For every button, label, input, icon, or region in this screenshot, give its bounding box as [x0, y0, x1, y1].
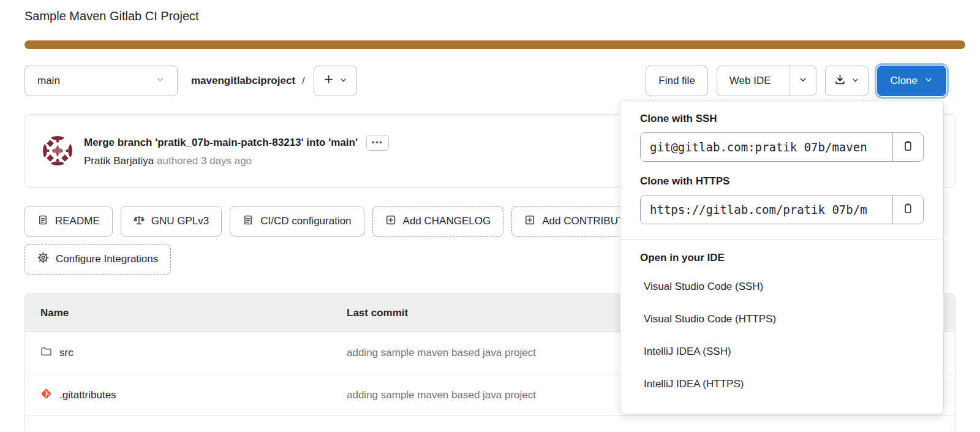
- open-in-ide-heading: Open in your IDE: [640, 252, 924, 264]
- web-ide-dropdown-toggle[interactable]: [790, 66, 816, 96]
- clone-ssh-input-group: [640, 132, 924, 162]
- web-ide-split-button: Web IDE: [717, 66, 816, 96]
- commit-more-actions-button[interactable]: •••: [366, 135, 389, 151]
- configure-integrations-button[interactable]: Configure Integrations: [24, 244, 171, 275]
- scale-icon: [134, 214, 145, 229]
- ellipsis-icon: •••: [372, 138, 383, 147]
- copy-ssh-url-button[interactable]: [892, 133, 923, 161]
- clone-dropdown-panel: Clone with SSH Clone with HTTPS Open in …: [620, 100, 944, 414]
- menu-item-vscode-https[interactable]: Visual Studio Code (HTTPS): [640, 303, 924, 335]
- panel-divider: [620, 239, 943, 240]
- file-name: .gitattributes: [59, 389, 116, 401]
- configure-integrations-label: Configure Integrations: [56, 253, 158, 265]
- file-name: src: [59, 347, 74, 359]
- gear-icon: [37, 252, 49, 267]
- plus-square-icon: [524, 214, 535, 229]
- doc-text-icon: [243, 214, 254, 229]
- clone-ssh-heading: Clone with SSH: [640, 113, 924, 125]
- clone-https-input-group: [640, 195, 924, 224]
- clone-https-heading: Clone with HTTPS: [640, 175, 924, 188]
- readme-button[interactable]: README: [24, 206, 113, 237]
- accent-divider-bar: [24, 40, 965, 49]
- cicd-configuration-button[interactable]: CI/CD configuration: [230, 206, 364, 237]
- clipboard-icon: [902, 140, 914, 154]
- clone-ssh-url-input[interactable]: [641, 133, 892, 161]
- clone-button[interactable]: Clone: [877, 66, 946, 96]
- license-button[interactable]: GNU GPLv3: [121, 206, 222, 237]
- branch-selector-value: main: [37, 75, 60, 87]
- folder-icon: [40, 346, 52, 360]
- readme-label: README: [55, 215, 100, 227]
- clone-https-url-input[interactable]: [641, 195, 892, 224]
- menu-item-vscode-ssh[interactable]: Visual Studio Code (SSH): [640, 270, 924, 303]
- table-row: [25, 415, 955, 432]
- toolbar-spacer: [357, 66, 646, 96]
- chevron-down-icon: [851, 75, 859, 87]
- chevron-down-icon: [339, 75, 347, 87]
- commit-info: Merge branch 'pratik_07b-main-patch-8321…: [84, 135, 389, 167]
- commit-meta: authored 3 days ago: [157, 155, 252, 167]
- web-ide-button[interactable]: Web IDE: [717, 66, 783, 96]
- breadcrumb: mavengitlabciproject /: [191, 66, 305, 96]
- column-header-name: Name: [25, 307, 331, 319]
- file-link-src[interactable]: src: [25, 346, 331, 360]
- branch-selector[interactable]: main: [24, 66, 178, 96]
- cicd-configuration-label: CI/CD configuration: [260, 215, 351, 227]
- find-file-label: Find file: [658, 75, 695, 87]
- breadcrumb-separator: /: [302, 75, 305, 87]
- download-icon: [834, 74, 846, 88]
- page-title: Sample Maven Gitlab CI Project: [24, 7, 956, 25]
- toolbar-actions: Find file Web IDE Clone: [646, 66, 946, 96]
- doc-text-icon: [37, 214, 48, 229]
- find-file-button[interactable]: Find file: [646, 66, 708, 96]
- commit-message[interactable]: Merge branch 'pratik_07b-main-patch-8321…: [84, 137, 358, 149]
- git-logo-icon: [40, 388, 52, 403]
- menu-item-intellij-ssh[interactable]: IntelliJ IDEA (SSH): [640, 335, 924, 368]
- clipboard-icon: [902, 203, 914, 216]
- avatar: [42, 135, 73, 166]
- clone-button-label: Clone: [891, 75, 918, 87]
- breadcrumb-project[interactable]: mavengitlabciproject: [191, 75, 295, 87]
- plus-square-icon: [385, 214, 396, 229]
- chevron-down-icon: [924, 75, 933, 87]
- file-link-gitattributes[interactable]: .gitattributes: [25, 388, 331, 403]
- chevron-down-icon: [156, 75, 165, 87]
- chevron-down-icon: [799, 75, 807, 87]
- license-label: GNU GPLv3: [151, 215, 209, 227]
- repo-toolbar: main mavengitlabciproject / Find file We…: [24, 66, 946, 96]
- commit-author[interactable]: Pratik Barjatiya: [84, 155, 154, 167]
- add-changelog-button[interactable]: Add CHANGELOG: [372, 206, 504, 237]
- download-source-button[interactable]: [825, 66, 869, 96]
- add-file-dropdown-button[interactable]: [314, 66, 357, 96]
- menu-item-intellij-https[interactable]: IntelliJ IDEA (HTTPS): [640, 368, 924, 400]
- add-changelog-label: Add CHANGELOG: [403, 215, 491, 227]
- plus-icon: [323, 74, 334, 88]
- copy-https-url-button[interactable]: [892, 195, 923, 224]
